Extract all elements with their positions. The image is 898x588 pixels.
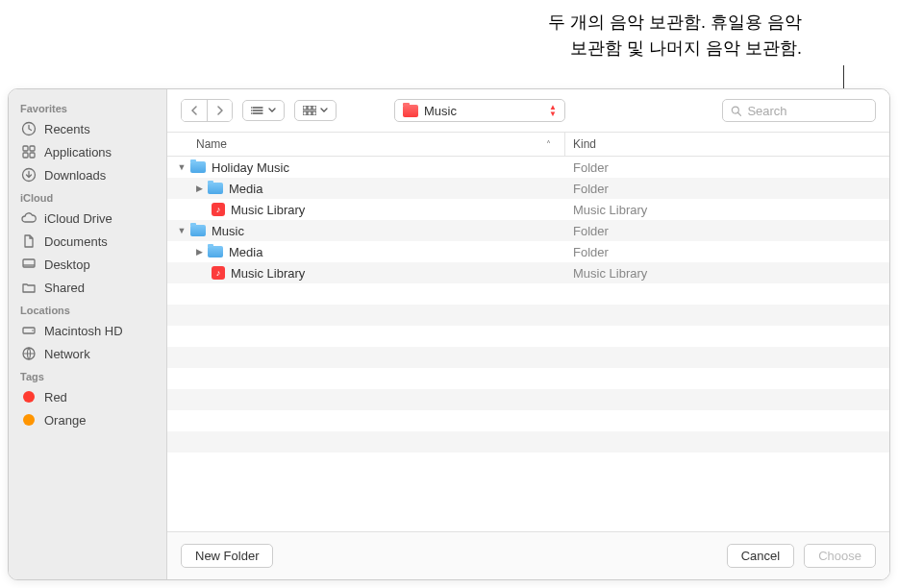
- file-name: Music Library: [231, 266, 305, 281]
- svg-rect-14: [308, 106, 312, 110]
- sidebar-item-label: Desktop: [44, 257, 90, 272]
- back-button[interactable]: [182, 100, 207, 121]
- main-pane: Music ▲▼ Name ˄ Kind ▼ Holiday M: [167, 89, 889, 579]
- sidebar-header-tags: Tags: [9, 365, 166, 385]
- file-kind: Folder: [565, 160, 889, 175]
- sidebar-item-tag-orange[interactable]: Orange: [9, 408, 166, 431]
- disclosure-triangle-icon[interactable]: ▶: [194, 184, 204, 193]
- chevron-down-icon: [320, 108, 328, 113]
- list-header: Name ˄ Kind: [167, 132, 889, 157]
- sidebar-item-label: Recents: [44, 122, 90, 136]
- sidebar-item-label: Downloads: [44, 168, 106, 183]
- sidebar-item-documents[interactable]: Documents: [9, 230, 166, 253]
- column-name-label: Name: [196, 137, 227, 151]
- sidebar-item-applications[interactable]: Applications: [9, 140, 166, 163]
- folder-icon: [208, 183, 223, 194]
- svg-rect-16: [303, 111, 307, 115]
- apps-icon: [20, 143, 37, 160]
- svg-point-10: [251, 107, 252, 108]
- sidebar-item-desktop[interactable]: Desktop: [9, 253, 166, 276]
- sidebar-item-downloads[interactable]: Downloads: [9, 163, 166, 186]
- sidebar-header-favorites: Favorites: [9, 97, 166, 117]
- file-list: ▼ Holiday Music Folder ▶ Media Folder ♪ …: [167, 157, 889, 531]
- disclosure-triangle-icon[interactable]: ▼: [177, 162, 187, 172]
- sidebar: Favorites Recents Applications Downloads…: [9, 89, 167, 579]
- sidebar-header-icloud: iCloud: [9, 186, 166, 207]
- sidebar-item-macintosh-hd[interactable]: Macintosh HD: [9, 319, 166, 342]
- tag-red-icon: [20, 388, 37, 405]
- empty-row: [167, 326, 889, 347]
- music-library-icon: ♪: [212, 266, 225, 280]
- music-library-icon: ♪: [212, 203, 225, 216]
- list-item[interactable]: ▶ Media Folder: [167, 178, 889, 199]
- empty-row: [167, 410, 889, 431]
- sidebar-item-tag-red[interactable]: Red: [9, 385, 166, 408]
- svg-rect-15: [312, 106, 316, 110]
- sidebar-item-label: Shared: [44, 281, 85, 295]
- svg-point-12: [251, 112, 252, 113]
- sidebar-item-network[interactable]: Network: [9, 342, 166, 365]
- empty-row: [167, 368, 889, 389]
- empty-row: [167, 431, 889, 453]
- shared-folder-icon: [20, 279, 37, 296]
- popup-arrows-icon: ▲▼: [549, 104, 557, 117]
- cancel-button[interactable]: Cancel: [727, 544, 794, 568]
- list-icon: [251, 106, 264, 115]
- music-folder-icon: [403, 105, 418, 117]
- search-input[interactable]: [747, 104, 867, 118]
- sidebar-item-label: Documents: [44, 234, 108, 249]
- folder-icon: [190, 161, 206, 173]
- svg-point-8: [32, 330, 34, 331]
- view-list-button[interactable]: [242, 100, 285, 121]
- sidebar-header-locations: Locations: [9, 299, 166, 319]
- sidebar-item-label: Macintosh HD: [44, 324, 123, 338]
- sidebar-item-shared[interactable]: Shared: [9, 276, 166, 299]
- forward-button[interactable]: [207, 100, 232, 121]
- search-box[interactable]: [722, 99, 876, 122]
- clock-icon: [20, 120, 37, 137]
- column-kind[interactable]: Kind: [565, 133, 889, 156]
- list-item[interactable]: ▼ Music Folder: [167, 220, 889, 241]
- file-dialog-window: Favorites Recents Applications Downloads…: [8, 88, 890, 580]
- svg-rect-17: [308, 111, 312, 115]
- new-folder-button[interactable]: New Folder: [181, 544, 273, 568]
- location-label: Music: [424, 104, 457, 118]
- tag-orange-icon: [20, 411, 37, 429]
- nav-buttons: [181, 99, 233, 122]
- chevron-left-icon: [190, 106, 198, 115]
- file-name: Holiday Music: [212, 160, 289, 175]
- globe-icon: [20, 345, 37, 362]
- toolbar: Music ▲▼: [167, 89, 889, 132]
- empty-row: [167, 305, 889, 326]
- svg-rect-4: [30, 153, 35, 158]
- column-name[interactable]: Name ˄: [167, 133, 565, 156]
- svg-rect-2: [30, 146, 35, 151]
- file-name: Music: [212, 224, 244, 238]
- list-item[interactable]: ♪ Music Library Music Library: [167, 262, 889, 283]
- group-button[interactable]: [294, 100, 337, 121]
- svg-point-11: [251, 110, 252, 110]
- disk-icon: [20, 322, 37, 339]
- annotation-line1: 두 개의 음악 보관함. 휴일용 음악: [548, 10, 802, 36]
- list-item[interactable]: ♪ Music Library Music Library: [167, 199, 889, 220]
- document-icon: [20, 233, 37, 250]
- file-kind: Folder: [565, 182, 889, 196]
- sidebar-item-icloud-drive[interactable]: iCloud Drive: [9, 207, 166, 230]
- file-kind: Folder: [565, 245, 889, 259]
- choose-button[interactable]: Choose: [804, 544, 876, 568]
- disclosure-triangle-icon[interactable]: ▶: [194, 247, 204, 257]
- disclosure-triangle-icon[interactable]: ▼: [177, 226, 187, 235]
- search-icon: [731, 105, 741, 117]
- annotation-line2: 보관함 및 나머지 음악 보관함.: [548, 36, 802, 61]
- list-item[interactable]: ▼ Holiday Music Folder: [167, 157, 889, 178]
- location-popup[interactable]: Music ▲▼: [394, 99, 565, 122]
- empty-row: [167, 283, 889, 305]
- file-kind: Music Library: [565, 203, 889, 217]
- svg-rect-3: [23, 153, 28, 158]
- column-kind-label: Kind: [573, 137, 596, 151]
- empty-row: [167, 347, 889, 368]
- folder-icon: [190, 225, 206, 236]
- sidebar-item-recents[interactable]: Recents: [9, 117, 166, 140]
- file-kind: Music Library: [565, 266, 889, 281]
- list-item[interactable]: ▶ Media Folder: [167, 241, 889, 262]
